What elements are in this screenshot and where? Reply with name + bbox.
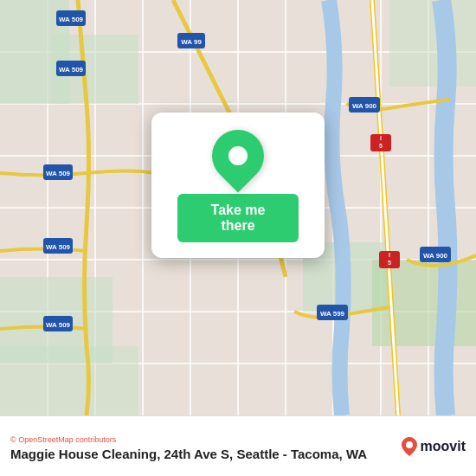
svg-text:I: I	[380, 135, 382, 141]
pin-inner-circle	[228, 146, 248, 165]
svg-text:WA 509: WA 509	[46, 243, 71, 251]
location-name: Maggie House Cleaning, 24th Ave S, Seatt…	[10, 447, 466, 461]
svg-text:5: 5	[388, 260, 391, 266]
take-me-there-button[interactable]: Take me there	[177, 194, 299, 242]
bottom-bar: © OpenStreetMap contributors Maggie Hous…	[0, 415, 476, 476]
svg-text:WA 509: WA 509	[46, 321, 71, 329]
svg-text:WA 599: WA 599	[320, 310, 345, 318]
svg-rect-20	[0, 346, 138, 415]
svg-text:I: I	[389, 252, 390, 258]
svg-text:5: 5	[379, 143, 383, 149]
location-card: Take me there	[151, 113, 325, 258]
svg-text:WA 99: WA 99	[181, 38, 202, 46]
location-pin-icon	[202, 119, 275, 193]
moovit-pin-icon	[402, 437, 417, 456]
map: WA 509 WA 509 WA 509 WA 509 WA 509 WA 99…	[0, 0, 476, 415]
map-attribution: © OpenStreetMap contributors	[10, 435, 466, 444]
svg-text:WA 509: WA 509	[59, 66, 84, 74]
svg-rect-23	[389, 0, 476, 87]
moovit-logo: moovit	[402, 437, 466, 456]
svg-text:WA 509: WA 509	[59, 16, 84, 23]
svg-point-48	[406, 441, 413, 448]
svg-text:WA 509: WA 509	[46, 170, 71, 177]
svg-text:WA 900: WA 900	[352, 102, 377, 110]
moovit-brand-text: moovit	[421, 439, 466, 454]
svg-text:WA 900: WA 900	[423, 252, 448, 260]
